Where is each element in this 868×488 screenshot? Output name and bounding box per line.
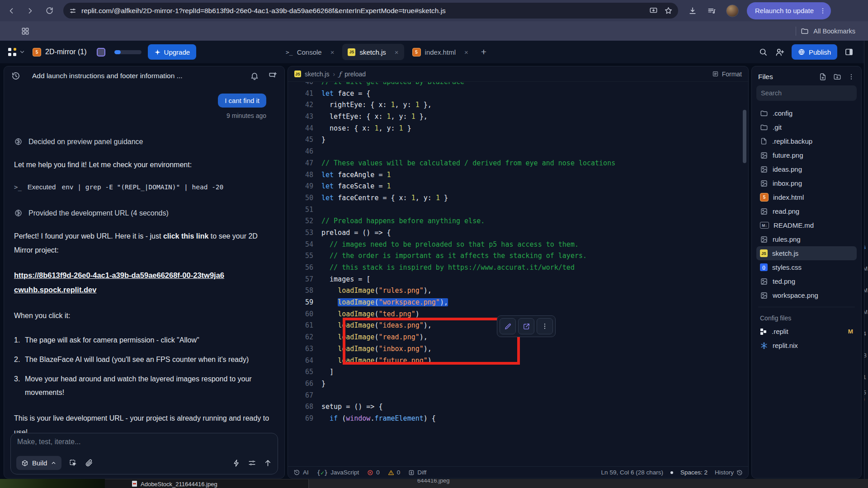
file-row-index-html[interactable]: 5index.html: [756, 190, 857, 204]
attach-file-icon[interactable]: [85, 459, 93, 467]
editor-scrollbar[interactable]: [743, 110, 746, 163]
code-line[interactable]: 68setup = () => {: [288, 401, 748, 413]
code-line[interactable]: 45}: [288, 134, 748, 146]
code-line[interactable]: 53preload = () => {: [288, 227, 748, 239]
file-row-styles-css[interactable]: {}styles.css: [756, 260, 857, 274]
history-button[interactable]: History: [715, 469, 743, 476]
code-line[interactable]: 43 leftEye: { x: 1, y: 1 },: [288, 111, 748, 123]
site-permissions-icon[interactable]: [69, 7, 77, 15]
code-line[interactable]: 57 images = [: [288, 274, 748, 286]
chat-input[interactable]: [17, 438, 271, 446]
breadcrumb-symbol[interactable]: preload: [344, 70, 366, 78]
invite-user-icon[interactable]: [775, 47, 784, 57]
warning-count[interactable]: 0: [388, 469, 401, 476]
history-icon[interactable]: [11, 71, 20, 80]
code-area[interactable]: 40// it will get updated by BlazeFace41l…: [288, 82, 748, 466]
downloads-icon[interactable]: [688, 6, 697, 15]
code-line[interactable]: 41let face = {: [288, 88, 748, 100]
media-queue-icon[interactable]: [707, 6, 716, 15]
file-row-ideas-png[interactable]: ideas.png: [756, 162, 857, 176]
new-chat-icon[interactable]: [268, 71, 277, 80]
file-row--config[interactable]: .config: [756, 106, 857, 120]
chevron-down-icon[interactable]: [19, 49, 25, 55]
install-app-icon[interactable]: [649, 6, 658, 15]
code-line[interactable]: 52// Preload happens before anything els…: [288, 216, 748, 227]
diff-toggle[interactable]: Diff: [408, 469, 426, 476]
executed-command-row[interactable]: >_Executedenv | grep -E "(REPL_|DOMAIN)"…: [14, 183, 271, 191]
format-button[interactable]: Format: [712, 70, 742, 78]
file-row-future-png[interactable]: future.png: [756, 148, 857, 162]
file-row--replit-backup[interactable]: .replit.backup: [756, 134, 857, 148]
code-line[interactable]: 54 // images need to be preloaded so tha…: [288, 239, 748, 251]
code-line[interactable]: 59 loadImage("workspace.png"),: [288, 297, 748, 309]
code-line[interactable]: 66}: [288, 378, 748, 390]
close-icon[interactable]: ×: [395, 48, 399, 56]
code-line[interactable]: 65 ]: [288, 366, 748, 378]
more-options-button[interactable]: [537, 318, 553, 334]
select-element-icon[interactable]: [69, 459, 77, 467]
chat-input-box[interactable]: Build: [10, 433, 278, 474]
new-folder-icon[interactable]: [833, 73, 841, 81]
back-button[interactable]: [4, 3, 19, 19]
file-row-readme-md[interactable]: M↓README.md: [756, 218, 857, 232]
code-line[interactable]: 56 // this stack is inspired by https://…: [288, 262, 748, 274]
replit-logo-icon[interactable]: [8, 48, 16, 56]
file-row-replit-nix[interactable]: replit.nix: [756, 338, 857, 352]
toggle-right-panel-icon[interactable]: [844, 47, 854, 56]
code-line[interactable]: 40// it will get updated by BlazeFace: [288, 82, 748, 88]
code-line[interactable]: 46: [288, 146, 748, 158]
cursor-position[interactable]: Ln 59, Col 6 (28 chars): [601, 469, 663, 476]
code-line[interactable]: 51: [288, 204, 748, 216]
breadcrumb-file[interactable]: sketch.js: [305, 70, 329, 78]
file-row-ted-png[interactable]: ted.png: [756, 274, 857, 288]
code-line[interactable]: 55 // the order is important as it affec…: [288, 250, 748, 262]
close-icon[interactable]: ×: [330, 48, 335, 56]
chat-title[interactable]: Add launch instructions and footer infor…: [32, 72, 183, 80]
reload-button[interactable]: [42, 3, 57, 19]
address-bar[interactable]: replit.com/@alfkeih/2D-mirror-1?replId=8…: [63, 3, 678, 19]
code-line[interactable]: 63 loadImage("inbox.png"),: [288, 343, 748, 355]
code-line[interactable]: 64 loadImage("future.png"): [288, 355, 748, 367]
code-line[interactable]: 47// These values will be calculated / d…: [288, 158, 748, 169]
code-line[interactable]: 67: [288, 390, 748, 402]
avatar[interactable]: [726, 5, 739, 17]
dev-url-link[interactable]: https://8b613f9d-26e0-4ac1-a39b-da59ae66…: [14, 268, 227, 297]
forward-button[interactable]: [23, 3, 38, 19]
file-row-inbox-png[interactable]: inbox.png: [756, 176, 857, 190]
browser-menu-icon[interactable]: [819, 7, 826, 14]
build-mode-button[interactable]: Build: [16, 456, 61, 470]
code-line[interactable]: 58 loadImage("rules.png"),: [288, 285, 748, 297]
new-file-icon[interactable]: [819, 73, 827, 81]
publish-button[interactable]: Publish: [792, 44, 837, 60]
relaunch-to-update-button[interactable]: Relaunch to update: [747, 2, 831, 19]
file-row--replit[interactable]: .replitM: [756, 324, 857, 338]
files-search[interactable]: [756, 85, 857, 101]
new-tab-button[interactable]: +: [481, 47, 486, 57]
indent-setting[interactable]: Spaces: 2: [680, 469, 708, 476]
agent-event-row[interactable]: Decided on preview panel guidance: [14, 137, 271, 146]
error-count[interactable]: 0: [367, 469, 380, 476]
tab-index-html[interactable]: 5 index.html ×: [407, 44, 474, 60]
files-search-input[interactable]: [761, 89, 852, 97]
all-bookmarks[interactable]: All Bookmarks: [796, 27, 855, 36]
language-indicator[interactable]: {✓} JavaScript: [317, 469, 359, 476]
code-line[interactable]: 69 if (window.frameElement) {: [288, 413, 748, 425]
stop-button[interactable]: [97, 48, 105, 56]
tab-console[interactable]: >_ Console ×: [280, 44, 340, 60]
agent-event-row[interactable]: Provided the development URL (4 seconds): [14, 209, 271, 217]
code-line[interactable]: 42 rightEye: { x: 1, y: 1 },: [288, 99, 748, 111]
open-in-button[interactable]: [518, 318, 534, 334]
code-line[interactable]: 49let faceScale = 1: [288, 181, 748, 192]
file-row-read-png[interactable]: read.png: [756, 204, 857, 218]
search-icon[interactable]: [759, 47, 768, 56]
tab-sketch-js[interactable]: JS sketch.js ×: [342, 44, 404, 60]
code-line[interactable]: 44 nose: { x: 1, y: 1 }: [288, 123, 748, 135]
file-row-workspace-png[interactable]: workspace.png: [756, 288, 857, 302]
edit-with-ai-button[interactable]: [500, 318, 516, 334]
file-row-sketch-js[interactable]: JSsketch.js: [756, 246, 857, 260]
close-icon[interactable]: ×: [464, 48, 468, 56]
send-icon[interactable]: [264, 459, 272, 467]
bookmark-star-icon[interactable]: [664, 6, 673, 15]
bell-icon[interactable]: [250, 71, 259, 80]
files-menu-icon[interactable]: [848, 73, 855, 81]
